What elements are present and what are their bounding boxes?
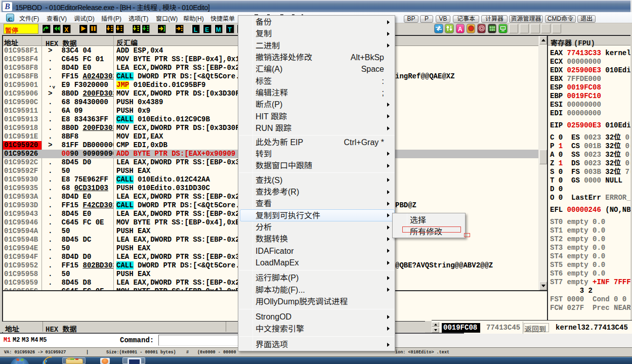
svg-text:101: 101 <box>489 28 495 32</box>
